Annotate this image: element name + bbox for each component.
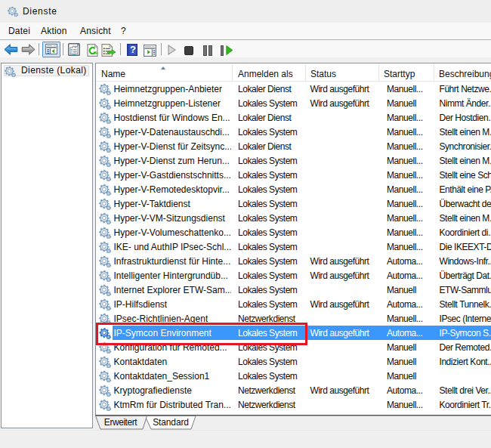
svg-text:Standard: Standard [153,417,189,428]
svg-text:?: ? [130,44,136,55]
svg-text:Erweitert: Erweitert [104,417,137,428]
